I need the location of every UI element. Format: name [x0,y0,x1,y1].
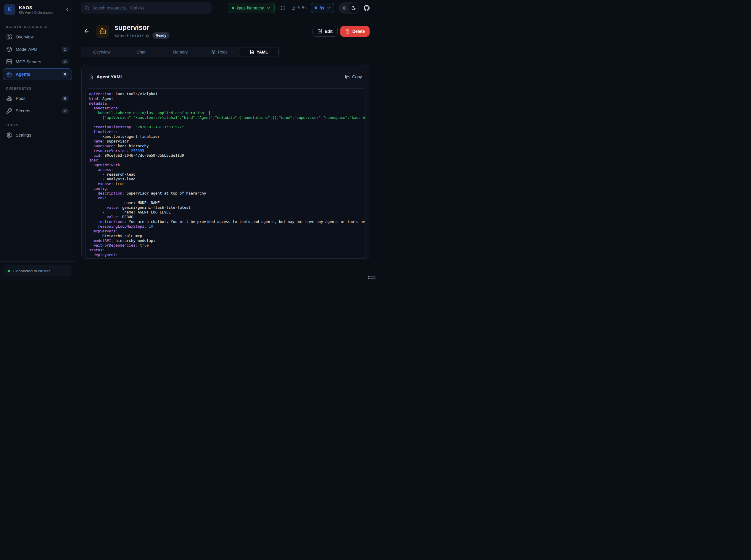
server-icon [6,59,12,65]
sidebar-item-overview[interactable]: Overview [3,31,72,43]
refresh-duration-value: 0.5s [297,6,307,10]
main-area: kaos-hierarchy 0.5s 5s [75,0,376,280]
sidebar-footer: Connected to cluster [0,261,75,280]
sidebar: K KAOS K8s Agent Orchestration AGENTIC R… [0,0,75,280]
dashboard-icon [6,34,12,40]
count-badge: 9 [61,96,69,101]
namespace-value: kaos-hierarchy [237,6,264,11]
sun-icon [342,6,347,11]
robot-icon [6,71,12,77]
sidebar-item-label: Agents [16,72,58,77]
agent-actions: Edit Delete [312,26,370,37]
robot-icon [99,27,107,35]
yaml-card-header: Agent YAML Copy [82,65,369,88]
app-logo: K [4,4,15,15]
sidebar-header: K KAOS K8s Agent Orchestration [0,0,75,19]
section-label-agentic: AGENTIC RESOURCES [6,25,69,29]
chevron-left-icon [64,7,70,12]
tab-yaml[interactable]: YAML [239,47,279,56]
agent-tabs: Overview Chat Memory Pods YAML [81,47,280,57]
namespace-status-dot-icon [232,7,234,9]
app-subtitle: K8s Agent Orchestration [19,11,60,14]
yaml-card-title: Agent YAML [88,74,123,80]
sidebar-item-mcp-servers[interactable]: MCP Servers 2 [3,56,72,68]
copy-button-label: Copy [352,75,362,79]
agent-avatar [96,25,109,38]
boxes-icon [6,96,12,101]
section-label-tools: TOOLS [6,123,69,127]
refresh-icon [280,5,286,11]
edit-button[interactable]: Edit [312,26,338,37]
cluster-status-label: Connected to cluster [13,269,50,273]
gear-icon [6,132,12,138]
refresh-button[interactable] [279,4,287,12]
count-badge: 6 [61,72,69,77]
sidebar-item-secrets[interactable]: Secrets 2 [3,105,72,117]
sidebar-nav: AGENTIC RESOURCES Overview Model APIs 1 … [0,19,75,261]
sidebar-item-label: Model APIs [16,47,58,52]
horizontal-scrollbar-thumb[interactable] [368,276,376,279]
package-icon [6,46,12,52]
moon-icon [351,6,356,11]
delete-button[interactable]: Delete [340,26,370,37]
sidebar-item-label: Pods [16,96,58,101]
sidebar-item-pods[interactable]: Pods 9 [3,93,72,104]
tab-label: YAML [256,50,268,54]
count-badge: 1 [61,47,69,52]
tab-label: Chat [137,50,146,54]
search-input[interactable] [92,6,208,11]
interval-dot-icon [314,6,317,9]
sidebar-collapse-button[interactable] [64,6,71,13]
agent-namespace: kaos-hierarchy [115,33,150,38]
tab-label: Pods [218,50,228,54]
count-badge: 2 [61,108,69,114]
sidebar-item-settings[interactable]: Settings [3,129,72,141]
search-bar[interactable] [81,2,212,14]
tab-pods[interactable]: Pods [200,47,239,56]
tab-label: Memory [173,50,188,54]
sidebar-item-label: Secrets [16,108,58,113]
file-code-icon [250,50,254,54]
key-icon [6,108,12,114]
topbar: kaos-hierarchy 0.5s 5s [75,0,376,16]
search-icon [84,6,89,11]
topbar-controls: kaos-hierarchy 0.5s 5s [228,2,370,14]
interval-value: 5s [320,6,324,11]
yaml-code[interactable]: apiVersion: kaos.tools/v1alpha1kind: Age… [85,88,365,257]
cluster-status: Connected to cluster [3,265,71,277]
section-label-kubernetes: KUBERNETES [6,87,69,90]
tab-overview[interactable]: Overview [82,47,121,56]
edit-button-label: Edit [325,29,333,34]
refresh-duration: 0.5s [291,6,307,10]
chevron-down-icon [267,6,271,10]
sidebar-item-label: Settings [16,133,69,138]
status-dot-icon [8,269,11,272]
status-badge: Ready [152,32,170,39]
tab-memory[interactable]: Memory [161,47,200,56]
light-mode-button[interactable] [340,3,349,13]
namespace-selector[interactable]: kaos-hierarchy [228,3,275,13]
file-code-icon [88,75,93,80]
trash-icon [345,29,350,34]
copy-button[interactable]: Copy [345,75,362,79]
sidebar-item-label: Overview [16,35,69,39]
delete-button-label: Delete [352,29,365,34]
app-title: KAOS [19,5,60,10]
dark-mode-button[interactable] [349,3,358,13]
sidebar-item-agents[interactable]: Agents 6 [3,68,72,80]
refresh-interval-selector[interactable]: 5s [311,3,334,13]
page-content: supervisor kaos-hierarchy Ready Edit [75,16,376,280]
agent-header: supervisor kaos-hierarchy Ready Edit [81,24,370,39]
yaml-card-title-label: Agent YAML [96,74,123,80]
arrow-left-icon [83,28,90,34]
sidebar-item-model-apis[interactable]: Model APIs 1 [3,43,72,55]
copy-icon [345,75,349,79]
page-title: supervisor [115,24,170,31]
yaml-card: Agent YAML Copy apiVersion: kaos.tools/v… [81,65,369,259]
back-button[interactable] [82,27,91,36]
github-link[interactable] [364,5,370,11]
pencil-icon [317,29,322,34]
count-badge: 2 [61,59,69,64]
tab-chat[interactable]: Chat [121,47,160,56]
package-icon [211,50,216,54]
